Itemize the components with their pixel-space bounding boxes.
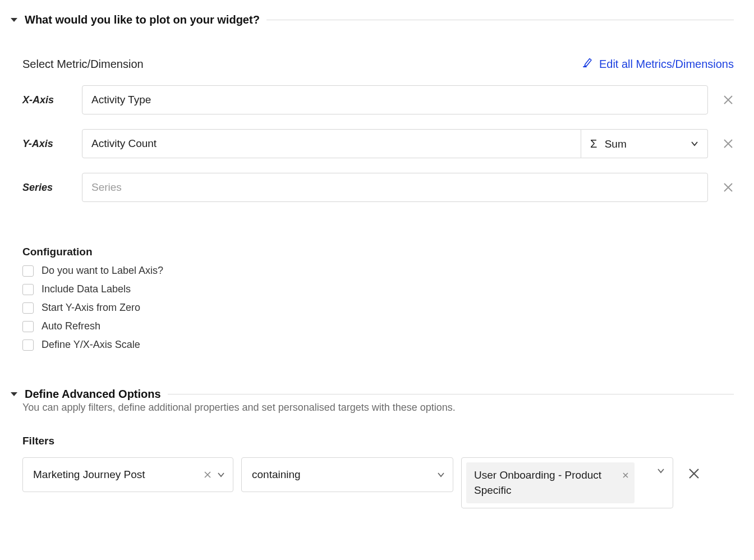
filter-value-remove-icon[interactable] <box>622 468 629 483</box>
series-label: Series <box>22 182 82 194</box>
config-item: Do you want to Label Axis? <box>22 265 734 277</box>
chevron-down-icon <box>657 468 665 474</box>
edit-all-metrics-label: Edit all Metrics/Dimensions <box>599 58 734 71</box>
filter-operator-select[interactable]: containing <box>241 457 453 492</box>
include-data-labels-checkbox[interactable] <box>22 284 34 295</box>
config-item-label: Auto Refresh <box>42 320 100 332</box>
filter-field-clear-icon[interactable] <box>204 471 212 479</box>
filter-value-text: User Onboarding - Product Specific <box>474 469 601 496</box>
series-input[interactable]: Series <box>82 173 708 202</box>
series-remove-button[interactable] <box>723 182 734 193</box>
config-item: Define Y/X-Axis Scale <box>22 339 734 351</box>
section-advanced-subtitle: You can apply filters, define additional… <box>22 402 734 414</box>
section-rule <box>168 394 734 394</box>
pencil-icon <box>582 58 594 71</box>
auto-refresh-checkbox[interactable] <box>22 321 34 332</box>
x-axis-label: X-Axis <box>22 94 82 106</box>
start-y-zero-checkbox[interactable] <box>22 302 34 314</box>
filter-field-value: Marketing Journey Post <box>33 469 145 481</box>
filters-title: Filters <box>22 435 734 447</box>
configuration-title: Configuration <box>22 246 734 258</box>
filter-operator-value: containing <box>252 469 301 481</box>
config-item-label: Include Data Labels <box>42 283 131 295</box>
caret-down-icon <box>10 17 18 23</box>
label-axis-checkbox[interactable] <box>22 265 34 277</box>
filter-value-select[interactable]: User Onboarding - Product Specific <box>461 457 673 508</box>
section-plot-title: What would you like to plot on your widg… <box>25 13 260 26</box>
section-advanced-title: Define Advanced Options <box>25 388 161 401</box>
y-axis-input[interactable]: Activity Count <box>82 129 581 158</box>
series-placeholder: Series <box>91 181 122 194</box>
x-axis-input[interactable]: Activity Type <box>82 85 708 114</box>
config-item-label: Define Y/X-Axis Scale <box>42 339 140 351</box>
filter-row-remove-button[interactable] <box>688 467 700 482</box>
filter-value-tag: User Onboarding - Product Specific <box>466 462 635 503</box>
y-axis-remove-button[interactable] <box>723 138 734 149</box>
config-item-label: Do you want to Label Axis? <box>42 265 163 277</box>
y-axis-label: Y-Axis <box>22 138 82 150</box>
y-axis-value: Activity Count <box>91 137 157 150</box>
section-rule <box>266 20 734 20</box>
select-metric-label: Select Metric/Dimension <box>22 58 144 71</box>
config-item-label: Start Y-Axis from Zero <box>42 302 140 314</box>
chevron-down-icon <box>691 141 698 146</box>
x-axis-remove-button[interactable] <box>723 94 734 105</box>
y-axis-aggregation-select[interactable]: Σ Sum <box>581 129 708 158</box>
config-item: Start Y-Axis from Zero <box>22 302 734 314</box>
define-axis-scale-checkbox[interactable] <box>22 339 34 351</box>
chevron-down-icon <box>217 472 225 478</box>
config-item: Include Data Labels <box>22 283 734 295</box>
section-advanced-header[interactable]: Define Advanced Options <box>10 388 734 401</box>
edit-all-metrics-link[interactable]: Edit all Metrics/Dimensions <box>582 58 734 71</box>
config-item: Auto Refresh <box>22 320 734 332</box>
x-axis-value: Activity Type <box>91 94 151 106</box>
caret-down-icon <box>10 392 18 397</box>
sigma-icon: Σ <box>590 137 597 150</box>
section-plot-header[interactable]: What would you like to plot on your widg… <box>10 13 734 26</box>
filter-field-select[interactable]: Marketing Journey Post <box>22 457 233 492</box>
y-axis-aggregation-value: Sum <box>605 138 627 150</box>
chevron-down-icon <box>437 472 445 478</box>
